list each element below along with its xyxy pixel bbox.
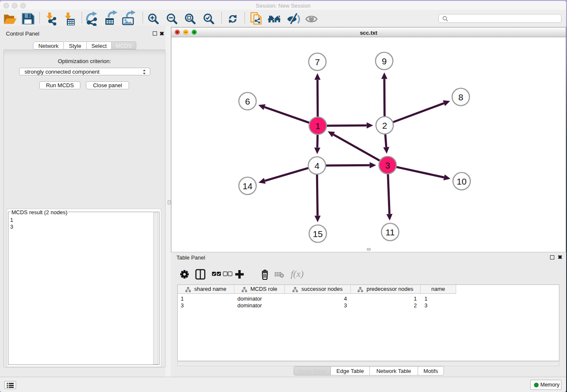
svg-text:2: 2 xyxy=(382,121,387,130)
svg-text:9: 9 xyxy=(382,56,387,66)
svg-text:8: 8 xyxy=(458,92,463,102)
svg-text:15: 15 xyxy=(313,229,322,239)
svg-text:11: 11 xyxy=(385,227,395,237)
svg-text:14: 14 xyxy=(242,181,253,191)
svg-text:4: 4 xyxy=(314,161,319,171)
svg-text:6: 6 xyxy=(245,97,250,106)
svg-text:3: 3 xyxy=(385,160,390,170)
svg-text:1: 1 xyxy=(315,121,320,131)
svg-text:7: 7 xyxy=(315,57,320,67)
svg-text:10: 10 xyxy=(457,177,466,186)
